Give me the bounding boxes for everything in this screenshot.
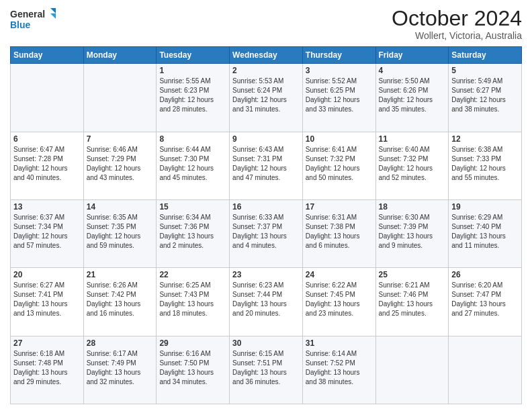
table-row: 6 Sunrise: 6:47 AM Sunset: 7:28 PM Dayli… xyxy=(11,132,84,199)
sunrise-text: Sunrise: 6:30 AM xyxy=(379,214,430,221)
sunset-text: Sunset: 7:42 PM xyxy=(87,291,136,298)
daylight-text: Daylight: 12 hours and 43 minutes. xyxy=(87,165,141,181)
sunset-text: Sunset: 7:51 PM xyxy=(232,359,282,367)
sunset-text: Sunset: 7:49 PM xyxy=(87,359,136,367)
cell-info: Sunrise: 6:16 AM Sunset: 7:50 PM Dayligh… xyxy=(159,349,226,387)
sunrise-text: Sunrise: 5:55 AM xyxy=(159,77,210,85)
daylight-text: Daylight: 12 hours and 28 minutes. xyxy=(159,96,214,113)
sunrise-text: Sunrise: 6:43 AM xyxy=(232,146,283,153)
day-number: 25 xyxy=(379,270,446,279)
table-row: 15 Sunrise: 6:34 AM Sunset: 7:36 PM Dayl… xyxy=(157,199,230,267)
sunset-text: Sunset: 7:40 PM xyxy=(451,223,501,230)
col-wednesday: Wednesday xyxy=(230,47,303,64)
daylight-text: Daylight: 13 hours and 29 minutes. xyxy=(13,369,68,385)
cell-info: Sunrise: 5:55 AM Sunset: 6:23 PM Dayligh… xyxy=(159,77,226,114)
day-number: 6 xyxy=(13,134,81,144)
cell-info: Sunrise: 6:40 AM Sunset: 7:32 PM Dayligh… xyxy=(379,145,446,183)
day-number: 16 xyxy=(232,202,300,212)
day-number: 3 xyxy=(306,66,373,75)
table-row: 13 Sunrise: 6:37 AM Sunset: 7:34 PM Dayl… xyxy=(11,199,84,267)
cell-info: Sunrise: 6:47 AM Sunset: 7:28 PM Dayligh… xyxy=(13,145,81,183)
sunset-text: Sunset: 7:28 PM xyxy=(13,155,63,163)
sunset-text: Sunset: 6:24 PM xyxy=(232,87,282,94)
day-number: 17 xyxy=(306,202,373,212)
daylight-text: Daylight: 13 hours and 36 minutes. xyxy=(232,369,287,385)
sunset-text: Sunset: 7:37 PM xyxy=(232,223,282,230)
cell-info: Sunrise: 6:21 AM Sunset: 7:46 PM Dayligh… xyxy=(379,281,446,318)
table-row: 26 Sunrise: 6:20 AM Sunset: 7:47 PM Dayl… xyxy=(449,268,522,336)
day-number: 27 xyxy=(13,338,81,348)
day-number: 19 xyxy=(451,202,519,212)
table-row: 16 Sunrise: 6:33 AM Sunset: 7:37 PM Dayl… xyxy=(230,199,303,267)
table-row xyxy=(449,336,522,404)
table-row: 8 Sunrise: 6:44 AM Sunset: 7:30 PM Dayli… xyxy=(157,132,230,199)
sunrise-text: Sunrise: 6:38 AM xyxy=(451,146,502,153)
cell-info: Sunrise: 6:29 AM Sunset: 7:40 PM Dayligh… xyxy=(451,213,519,250)
sunrise-text: Sunrise: 6:22 AM xyxy=(306,281,357,289)
table-row: 22 Sunrise: 6:25 AM Sunset: 7:43 PM Dayl… xyxy=(157,268,230,336)
sunset-text: Sunset: 7:46 PM xyxy=(379,291,429,298)
day-number: 7 xyxy=(87,134,154,144)
sunrise-text: Sunrise: 5:50 AM xyxy=(379,77,430,85)
sunset-text: Sunset: 7:35 PM xyxy=(87,223,136,230)
day-number: 28 xyxy=(87,338,154,348)
table-row: 5 Sunrise: 5:49 AM Sunset: 6:27 PM Dayli… xyxy=(449,64,522,132)
svg-text:General: General xyxy=(10,9,45,19)
sunrise-text: Sunrise: 6:35 AM xyxy=(87,214,138,221)
sunset-text: Sunset: 6:27 PM xyxy=(451,87,501,94)
daylight-text: Daylight: 12 hours and 59 minutes. xyxy=(87,232,141,249)
daylight-text: Daylight: 12 hours and 35 minutes. xyxy=(379,96,433,113)
sunset-text: Sunset: 7:29 PM xyxy=(87,155,136,163)
day-number: 14 xyxy=(87,202,154,212)
table-row: 25 Sunrise: 6:21 AM Sunset: 7:46 PM Dayl… xyxy=(375,268,449,336)
daylight-text: Daylight: 13 hours and 13 minutes. xyxy=(13,300,68,317)
sunset-text: Sunset: 7:50 PM xyxy=(159,359,209,367)
sunrise-text: Sunrise: 6:46 AM xyxy=(87,146,138,153)
sunrise-text: Sunrise: 6:20 AM xyxy=(451,281,502,289)
cell-info: Sunrise: 6:46 AM Sunset: 7:29 PM Dayligh… xyxy=(87,145,154,183)
table-row: 3 Sunrise: 5:52 AM Sunset: 6:25 PM Dayli… xyxy=(302,64,375,132)
sunrise-text: Sunrise: 6:27 AM xyxy=(13,281,64,289)
calendar-week-row: 13 Sunrise: 6:37 AM Sunset: 7:34 PM Dayl… xyxy=(11,199,522,267)
table-row: 27 Sunrise: 6:18 AM Sunset: 7:48 PM Dayl… xyxy=(11,336,84,404)
cell-info: Sunrise: 6:34 AM Sunset: 7:36 PM Dayligh… xyxy=(159,213,226,250)
table-row: 2 Sunrise: 5:53 AM Sunset: 6:24 PM Dayli… xyxy=(230,64,303,132)
sunrise-text: Sunrise: 6:15 AM xyxy=(232,350,283,357)
calendar-header-row: Sunday Monday Tuesday Wednesday Thursday… xyxy=(11,47,522,64)
table-row: 14 Sunrise: 6:35 AM Sunset: 7:35 PM Dayl… xyxy=(83,199,157,267)
daylight-text: Daylight: 13 hours and 11 minutes. xyxy=(451,232,506,249)
day-number: 2 xyxy=(232,66,300,75)
cell-info: Sunrise: 6:37 AM Sunset: 7:34 PM Dayligh… xyxy=(13,213,81,250)
sunrise-text: Sunrise: 6:37 AM xyxy=(13,214,64,221)
daylight-text: Daylight: 13 hours and 16 minutes. xyxy=(87,300,141,317)
daylight-text: Daylight: 12 hours and 57 minutes. xyxy=(13,232,68,249)
table-row: 9 Sunrise: 6:43 AM Sunset: 7:31 PM Dayli… xyxy=(230,132,303,199)
sunrise-text: Sunrise: 6:25 AM xyxy=(159,281,210,289)
day-number: 22 xyxy=(159,270,226,279)
daylight-text: Daylight: 12 hours and 45 minutes. xyxy=(159,165,214,181)
sunrise-text: Sunrise: 6:16 AM xyxy=(159,350,210,357)
daylight-text: Daylight: 13 hours and 2 minutes. xyxy=(159,232,214,249)
cell-info: Sunrise: 6:23 AM Sunset: 7:44 PM Dayligh… xyxy=(232,281,300,318)
day-number: 10 xyxy=(306,134,373,144)
daylight-text: Daylight: 13 hours and 20 minutes. xyxy=(232,300,287,317)
sunrise-text: Sunrise: 6:18 AM xyxy=(13,350,64,357)
table-row: 31 Sunrise: 6:14 AM Sunset: 7:52 PM Dayl… xyxy=(302,336,375,404)
cell-info: Sunrise: 5:53 AM Sunset: 6:24 PM Dayligh… xyxy=(232,77,300,114)
table-row: 7 Sunrise: 6:46 AM Sunset: 7:29 PM Dayli… xyxy=(83,132,157,199)
day-number: 1 xyxy=(159,66,226,75)
cell-info: Sunrise: 6:38 AM Sunset: 7:33 PM Dayligh… xyxy=(451,145,519,183)
page: General Blue October 2024 Wollert, Victo… xyxy=(0,0,532,411)
daylight-text: Daylight: 13 hours and 9 minutes. xyxy=(379,232,433,249)
day-number: 30 xyxy=(232,338,300,348)
cell-info: Sunrise: 5:50 AM Sunset: 6:26 PM Dayligh… xyxy=(379,77,446,114)
col-thursday: Thursday xyxy=(302,47,375,64)
sunset-text: Sunset: 6:26 PM xyxy=(379,87,429,94)
daylight-text: Daylight: 13 hours and 6 minutes. xyxy=(306,232,360,249)
cell-info: Sunrise: 6:14 AM Sunset: 7:52 PM Dayligh… xyxy=(306,349,373,387)
sunset-text: Sunset: 7:44 PM xyxy=(232,291,282,298)
day-number: 21 xyxy=(87,270,154,279)
day-number: 4 xyxy=(379,66,446,75)
cell-info: Sunrise: 6:20 AM Sunset: 7:47 PM Dayligh… xyxy=(451,281,519,318)
daylight-text: Daylight: 12 hours and 33 minutes. xyxy=(306,96,360,113)
